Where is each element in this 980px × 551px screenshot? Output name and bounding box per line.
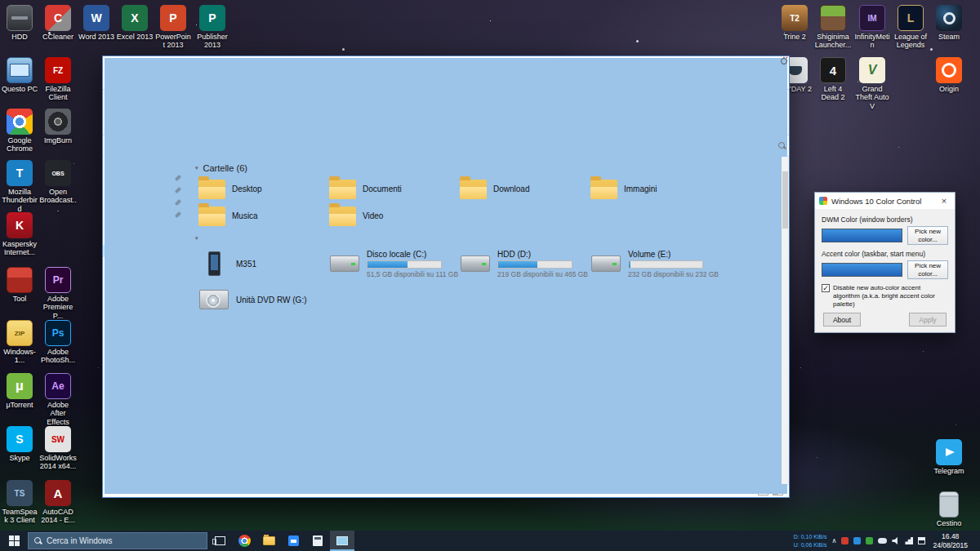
solidworks-icon bbox=[45, 426, 71, 452]
taskbar-clock[interactable]: 16.48 24/08/2015 bbox=[933, 532, 968, 549]
system-properties-icon bbox=[459, 106, 470, 116]
taskbar-calculator-button[interactable] bbox=[305, 531, 330, 551]
desktop-icon-hdd[interactable]: HDD bbox=[1, 5, 38, 41]
network-status-icon[interactable] bbox=[905, 537, 913, 544]
folder-tile-desktop[interactable]: Desktop bbox=[195, 176, 326, 202]
apply-button[interactable]: Apply bbox=[909, 313, 947, 327]
system-properties-button[interactable]: Proprietà del sistema bbox=[457, 105, 584, 117]
show-hidden-icons-button[interactable]: ∧ bbox=[832, 537, 837, 544]
disk-usage-bar bbox=[628, 260, 703, 269]
dwm-pick-color-button[interactable]: Pick new color... bbox=[907, 226, 948, 245]
desktop-icon-gtav[interactable]: Grand Theft Auto V bbox=[853, 57, 891, 110]
desktop-icon-l4d2[interactable]: Left 4 Dead 2 bbox=[814, 57, 852, 102]
disk-usage-fill bbox=[498, 261, 537, 268]
desktop-icon-origin[interactable]: Origin bbox=[930, 57, 968, 93]
hdd-drive-icon bbox=[7, 5, 33, 31]
accent-pick-color-button[interactable]: Pick new color... bbox=[907, 260, 948, 279]
desktop-icon-shiginima[interactable]: Shiginima Launcher... bbox=[814, 5, 852, 50]
folder-tile-video[interactable]: Video bbox=[326, 202, 457, 229]
computer-icon bbox=[7, 57, 33, 83]
desktop-icon-thunderbird[interactable]: Mozilla Thunderbird bbox=[1, 160, 38, 213]
desktop-icon-trine2[interactable]: Trine 2 bbox=[776, 5, 813, 41]
scrollbar-thumb[interactable] bbox=[782, 171, 788, 229]
desktop-icon-skype[interactable]: Skype bbox=[1, 426, 38, 462]
taskbar-active-window-button[interactable] bbox=[330, 531, 354, 551]
desktop-icon-telegram[interactable]: Telegram bbox=[930, 439, 968, 475]
utorrent-icon bbox=[7, 373, 33, 399]
desktop-icon-cestino[interactable]: Cestino bbox=[930, 491, 968, 527]
device-tile-hdd-d[interactable]: HDD (D:)219 GB disponibili su 465 GB bbox=[457, 246, 587, 282]
chrome-icon bbox=[7, 109, 33, 135]
folder-tile-musica[interactable]: Musica bbox=[195, 202, 326, 229]
section-header-dispositivi[interactable]: ▾ bbox=[195, 230, 781, 246]
store-icon bbox=[288, 535, 299, 546]
chevron-down-icon[interactable]: ▾ bbox=[195, 165, 198, 171]
action-center-icon[interactable] bbox=[918, 537, 925, 544]
recycle-bin-icon bbox=[939, 491, 959, 518]
desktop-icon-teamspeak[interactable]: TeamSpeak 3 Client bbox=[1, 480, 38, 525]
device-name: Disco locale (C:) bbox=[367, 250, 453, 259]
onedrive-icon[interactable] bbox=[878, 538, 887, 544]
taskbar-search-input[interactable] bbox=[47, 536, 202, 545]
app-tray-icon-2[interactable] bbox=[866, 537, 873, 544]
folder-tile-immagini[interactable]: Immagini bbox=[587, 176, 718, 202]
device-tile-dvd-g[interactable]: Unità DVD RW (G:) bbox=[195, 282, 326, 318]
desktop-icon-powerpoint[interactable]: PowerPoint 2013 bbox=[154, 5, 192, 50]
desktop-icon-filezilla[interactable]: FileZilla Client bbox=[39, 57, 77, 102]
desktop-icon-word[interactable]: Word 2013 bbox=[78, 5, 115, 41]
desktop-icon-windows-zip[interactable]: Windows-1... bbox=[1, 320, 38, 365]
taskbar-chrome-button[interactable] bbox=[232, 531, 256, 551]
app-tray-icon[interactable] bbox=[853, 537, 861, 544]
minecraft-launcher-icon bbox=[820, 5, 846, 31]
desktop-icon-tool[interactable]: Tool bbox=[1, 267, 38, 303]
task-view-button[interactable] bbox=[207, 531, 232, 551]
volume-icon[interactable] bbox=[892, 537, 900, 545]
auto-color-checkbox-row[interactable]: ✓ Disable new auto-color accent algorith… bbox=[822, 284, 948, 309]
start-button[interactable] bbox=[0, 531, 28, 551]
chevron-down-icon[interactable]: ▾ bbox=[195, 235, 198, 242]
checkbox-checked-icon[interactable]: ✓ bbox=[822, 284, 830, 292]
desktop-icon-kaspersky[interactable]: Kaspersky Internet... bbox=[1, 212, 38, 257]
system-tray: D: 0,10 KiB/s U: 0,06 KiB/s ∧ 16.48 24/0… bbox=[794, 531, 980, 551]
antivirus-tray-icon[interactable] bbox=[841, 537, 849, 544]
desktop-icon-label: Shiginima Launcher... bbox=[814, 33, 852, 50]
desktop-icon-photoshop[interactable]: Adobe PhotoSh... bbox=[39, 320, 77, 365]
league-of-legends-icon bbox=[898, 5, 924, 31]
section-header-cartelle[interactable]: ▾Cartelle (6) bbox=[195, 160, 781, 176]
premiere-icon bbox=[45, 267, 71, 293]
desktop-icon-excel[interactable]: Excel 2013 bbox=[116, 5, 154, 41]
folder-tile-download[interactable]: Download bbox=[457, 176, 587, 202]
teamspeak-icon bbox=[7, 480, 33, 506]
desktop-icon-questo-pc[interactable]: Questo PC bbox=[1, 57, 38, 93]
search-icon bbox=[33, 536, 42, 545]
color-control-title: Windows 10 Color Control bbox=[831, 197, 921, 206]
device-tile-disco-c[interactable]: Disco locale (C:)51,5 GB disponibili su … bbox=[326, 246, 457, 282]
desktop-icon-imgburn[interactable]: ImgBurn bbox=[39, 109, 77, 144]
checkbox-label: Disable new auto-color accent algorithm … bbox=[833, 284, 948, 309]
about-button[interactable]: About bbox=[823, 313, 861, 327]
taskbar-explorer-button[interactable] bbox=[256, 531, 281, 551]
device-tile-m351[interactable]: M351 bbox=[195, 246, 326, 282]
desktop-icon-ccleaner[interactable]: CCleaner bbox=[39, 5, 77, 41]
desktop-icon-utorrent[interactable]: μTorrent bbox=[1, 373, 38, 409]
desktop-icon-publisher[interactable]: Publisher 2013 bbox=[194, 5, 231, 50]
taskbar-store-button[interactable] bbox=[281, 531, 305, 551]
taskbar-search-box[interactable] bbox=[28, 532, 207, 549]
desktop-icon-label: AutoCAD 2014 - E... bbox=[39, 508, 77, 525]
vertical-scrollbar[interactable] bbox=[782, 157, 789, 484]
desktop-icon-infinitymetin[interactable]: InfinityMetin bbox=[853, 5, 891, 50]
folder-label: Download bbox=[493, 184, 529, 193]
device-tile-volume-e[interactable]: Volume (E:)232 GB disponibili su 232 GB bbox=[587, 246, 718, 282]
desktop-icon-autocad[interactable]: AutoCAD 2014 - E... bbox=[39, 480, 77, 525]
desktop-icon-premiere[interactable]: Adobe Premiere P... bbox=[39, 267, 77, 320]
color-control-titlebar[interactable]: Windows 10 Color Control × bbox=[815, 193, 955, 209]
desktop-icon-chrome[interactable]: Google Chrome bbox=[1, 109, 38, 153]
desktop-icon-lol[interactable]: League of Legends bbox=[892, 5, 929, 50]
desktop-icon-obs[interactable]: Open Broadcast... bbox=[39, 160, 77, 213]
folder-tile-documenti[interactable]: Documenti bbox=[326, 176, 457, 202]
desktop-icon-steam[interactable]: Steam bbox=[930, 5, 968, 41]
ribbon-group-sistema: Apri impostazioni Disinstalla o modifica… bbox=[398, 91, 584, 135]
close-button[interactable]: × bbox=[933, 193, 955, 209]
desktop-icon-solidworks[interactable]: SolidWorks 2014 x64... bbox=[39, 426, 77, 471]
section-title: Cartelle (6) bbox=[203, 163, 247, 173]
